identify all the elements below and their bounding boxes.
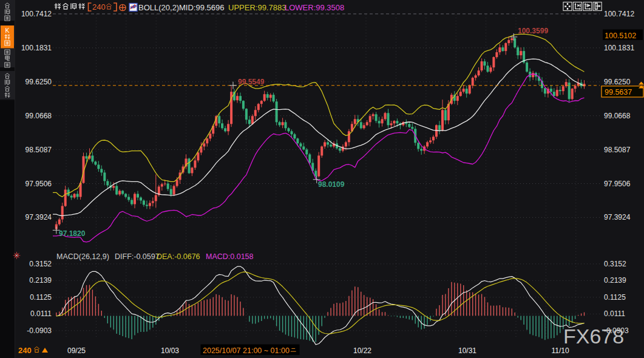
svg-text:240: 240 — [92, 2, 106, 12]
svg-text:MID:99.5696: MID:99.5696 — [179, 3, 224, 12]
svg-text:99.6250: 99.6250 — [604, 78, 631, 86]
svg-text:97.1820: 97.1820 — [59, 229, 86, 238]
svg-text:0.3152: 0.3152 — [604, 260, 626, 268]
svg-text:100.1831: 100.1831 — [21, 44, 52, 52]
svg-text:100.7412: 100.7412 — [604, 10, 634, 18]
svg-text:98.0109: 98.0109 — [318, 180, 345, 189]
svg-text:MACD(26,12,9): MACD(26,12,9) — [56, 252, 109, 261]
svg-text:240: 240 — [18, 346, 32, 355]
svg-text:BOLL(20,2): BOLL(20,2) — [138, 3, 179, 12]
svg-text:MACD:0.0158: MACD:0.0158 — [206, 252, 254, 261]
svg-text:K: K — [5, 27, 9, 34]
svg-text:-0.0903: -0.0903 — [27, 326, 52, 335]
svg-text:100.5102: 100.5102 — [605, 32, 636, 40]
svg-text:FX678: FX678 — [563, 325, 624, 348]
svg-text:DIFF:-0.0597: DIFF:-0.0597 — [115, 252, 160, 261]
svg-text:09/25: 09/25 — [67, 346, 86, 355]
svg-text:0.1125: 0.1125 — [30, 293, 52, 302]
svg-text:100.7412: 100.7412 — [21, 10, 52, 18]
svg-text:99.6250: 99.6250 — [25, 78, 52, 86]
svg-text:98.5087: 98.5087 — [604, 146, 631, 154]
svg-text:98.5087: 98.5087 — [25, 146, 52, 154]
svg-text:0.2139: 0.2139 — [604, 276, 626, 285]
svg-text:0.0111: 0.0111 — [604, 309, 625, 318]
svg-text:99.5549: 99.5549 — [238, 78, 265, 86]
svg-text:97.3924: 97.3924 — [25, 213, 52, 221]
svg-text:0.1125: 0.1125 — [604, 293, 626, 302]
svg-text:99.0668: 99.0668 — [604, 112, 631, 120]
svg-text:97.9506: 97.9506 — [604, 180, 631, 188]
svg-text:97.3924: 97.3924 — [604, 213, 631, 221]
svg-text:DEA:-0.0676: DEA:-0.0676 — [157, 252, 200, 261]
svg-text:10/22: 10/22 — [353, 346, 371, 355]
svg-text:0.2139: 0.2139 — [29, 276, 52, 285]
svg-text:99.5637: 99.5637 — [605, 88, 632, 96]
svg-text:UPPER:99.7883: UPPER:99.7883 — [228, 3, 286, 12]
svg-text:100.3599: 100.3599 — [518, 27, 548, 35]
svg-text:0.0111: 0.0111 — [30, 309, 52, 318]
svg-text:99.0668: 99.0668 — [25, 112, 52, 120]
svg-text:10/31: 10/31 — [458, 346, 476, 355]
svg-text:100.1831: 100.1831 — [604, 44, 634, 52]
svg-text:0.3152: 0.3152 — [29, 260, 52, 268]
svg-text:11/10: 11/10 — [551, 346, 569, 355]
svg-text:10/03: 10/03 — [161, 346, 179, 355]
svg-text:97.9506: 97.9506 — [25, 180, 52, 188]
svg-text:LOWER:99.3508: LOWER:99.3508 — [285, 3, 344, 12]
svg-text:2025/10/07 21:00 ~ 01:00: 2025/10/07 21:00 ~ 01:00 — [203, 346, 290, 355]
